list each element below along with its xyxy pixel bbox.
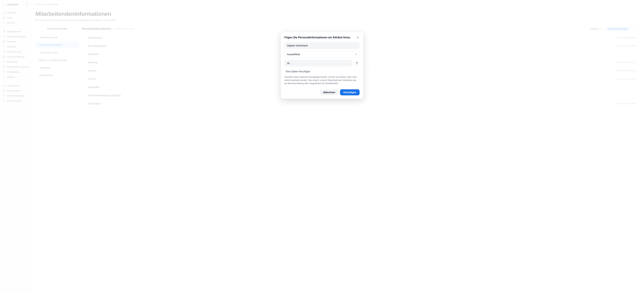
modal-close-button[interactable]: ✕ (356, 35, 360, 39)
attribute-type-select[interactable]: Auswahlliste (284, 51, 360, 58)
chevron-down-icon (355, 53, 357, 55)
add-option-button[interactable]: Eine Option hinzufügen (284, 68, 360, 74)
modal-cancel-button[interactable]: Abbrechen (320, 89, 338, 95)
attribute-type-value: Auswahlliste (287, 53, 300, 56)
attribute-name-input[interactable] (284, 42, 360, 49)
modal-title: Fügen Sie Personalinformationen ein Attr… (284, 36, 354, 39)
delete-option-button[interactable] (354, 60, 360, 66)
option-row (284, 60, 360, 66)
option-input[interactable] (284, 60, 352, 66)
close-icon: ✕ (356, 36, 359, 39)
add-attribute-modal: Fügen Sie Personalinformationen ein Attr… (280, 32, 364, 99)
modal-overlay[interactable]: Fügen Sie Personalinformationen ein Attr… (0, 0, 644, 292)
trash-icon (356, 62, 358, 64)
modal-submit-button[interactable]: Hinzufügen (340, 89, 360, 95)
modal-help-text: Nachdem diese Optionen hinzugefügt wurde… (284, 75, 360, 85)
